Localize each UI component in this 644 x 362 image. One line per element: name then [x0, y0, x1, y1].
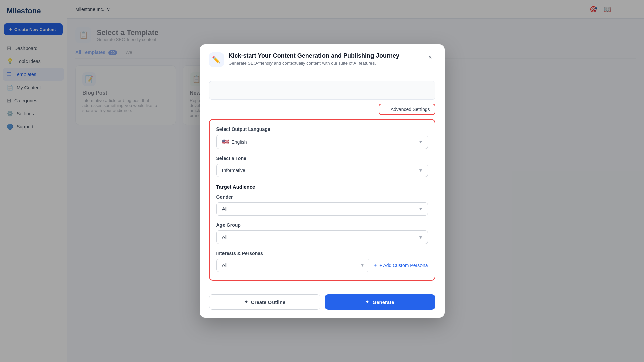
plus-icon: ＋: [373, 262, 378, 268]
gender-label: Gender: [216, 194, 428, 200]
interests-chevron-icon: ▼: [360, 263, 364, 268]
advanced-settings-panel: Select Output Language 🇺🇸 English ▼ Sele…: [209, 119, 435, 281]
output-language-select-wrapper: 🇺🇸 English ▼: [216, 135, 428, 149]
language-flag-icon: 🇺🇸: [222, 139, 229, 145]
minus-icon: —: [384, 107, 389, 112]
output-language-label: Select Output Language: [216, 126, 428, 132]
tone-chevron-icon: ▼: [419, 168, 423, 173]
create-outline-button[interactable]: ✦ Create Outline: [209, 294, 320, 310]
modal-footer: ✦ Create Outline ✦ Generate: [200, 294, 445, 318]
modal-body: — Advanced Settings Select Output Langua…: [200, 74, 445, 294]
tone-select[interactable]: Informative ▼: [216, 164, 428, 177]
add-custom-persona-button[interactable]: ＋ + Add Custom Persona: [373, 262, 428, 268]
age-group-chevron-icon: ▼: [419, 235, 423, 240]
interests-select-wrapper: All ▼: [216, 259, 370, 272]
modal-subtitle: Generate SEO-friendly and contextually c…: [229, 61, 420, 66]
modal-close-button[interactable]: ×: [425, 52, 435, 62]
age-group-select[interactable]: All ▼: [216, 230, 428, 244]
age-group-label: Age Group: [216, 222, 428, 228]
generate-button[interactable]: ✦ Generate: [325, 294, 435, 310]
output-language-select[interactable]: 🇺🇸 English ▼: [216, 135, 428, 149]
interests-select[interactable]: All ▼: [216, 259, 370, 272]
age-group-select-wrapper: All ▼: [216, 230, 428, 244]
modal-title: Kick-start Your Content Generation and P…: [229, 52, 420, 59]
interests-label: Interests & Personas: [216, 251, 428, 256]
outline-sparkle-icon: ✦: [244, 299, 248, 305]
advanced-toggle-row: — Advanced Settings: [209, 104, 435, 115]
content-text-input[interactable]: [209, 81, 435, 100]
interests-row: All ▼ ＋ + Add Custom Persona: [216, 259, 428, 272]
advanced-settings-toggle-button[interactable]: — Advanced Settings: [379, 104, 435, 115]
tone-select-wrapper: Informative ▼: [216, 164, 428, 177]
generate-sparkle-icon: ✦: [365, 299, 369, 305]
gender-select[interactable]: All ▼: [216, 202, 428, 216]
modal-header-text: Kick-start Your Content Generation and P…: [229, 52, 420, 66]
modal-header-icon: ✏️: [209, 52, 224, 67]
language-chevron-icon: ▼: [419, 140, 423, 144]
modal-overlay: ✏️ Kick-start Your Content Generation an…: [0, 0, 644, 362]
modal-header: ✏️ Kick-start Your Content Generation an…: [200, 44, 445, 74]
target-audience-section-title: Target Audience: [216, 184, 428, 190]
gender-select-wrapper: All ▼: [216, 202, 428, 216]
modal: ✏️ Kick-start Your Content Generation an…: [200, 44, 445, 318]
gender-chevron-icon: ▼: [419, 207, 423, 211]
tone-label: Select a Tone: [216, 156, 428, 161]
